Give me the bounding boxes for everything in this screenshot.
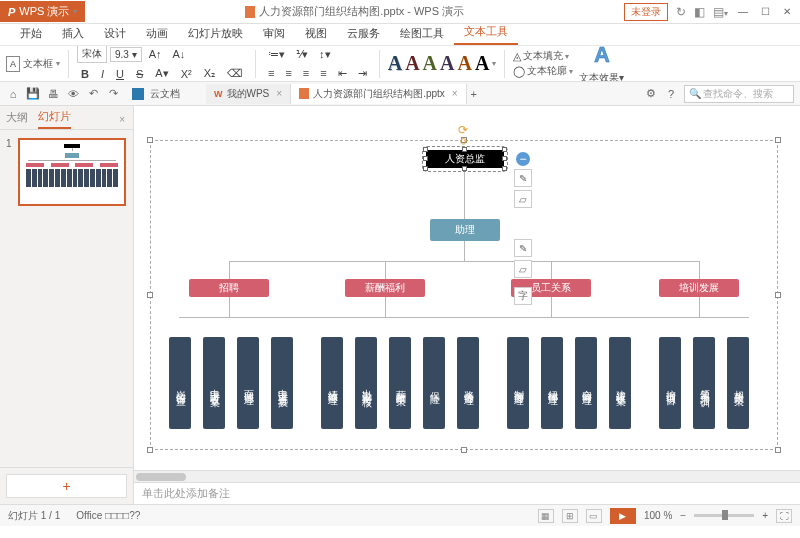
help-icon[interactable]: ? — [664, 87, 678, 101]
normal-view-button[interactable]: ▦ — [538, 509, 554, 523]
text-fill-label[interactable]: 文本填充 — [523, 49, 563, 63]
shrink-font-button[interactable]: A↓ — [169, 46, 190, 62]
numbering-button[interactable]: ⅟▾ — [292, 46, 312, 63]
undo-icon[interactable]: ↶ — [86, 87, 100, 101]
skin-icon[interactable]: ◧ — [694, 5, 705, 19]
style-preset-2[interactable]: A — [405, 52, 419, 75]
horizontal-scrollbar[interactable] — [134, 470, 800, 482]
style-shape-icon-2[interactable]: ▱ — [514, 260, 532, 278]
org-leaf-7[interactable]: 保险 — [423, 337, 445, 429]
maximize-button[interactable]: ☐ — [758, 5, 772, 19]
org-leaf-10[interactable]: 纪律管理 — [541, 337, 563, 429]
menu-review[interactable]: 审阅 — [253, 22, 295, 45]
tab-document[interactable]: 人力资源部门组织结构图.pptx × — [291, 84, 467, 104]
align-justify-button[interactable]: ≡ — [316, 65, 330, 82]
org-node-root[interactable]: ⟳ 人资总监 — [425, 149, 505, 169]
bold-button[interactable]: B — [77, 66, 93, 82]
tab-mywps[interactable]: W 我的WPS × — [206, 84, 291, 104]
line-spacing-button[interactable]: ↕▾ — [315, 46, 335, 63]
menu-design[interactable]: 设计 — [94, 22, 136, 45]
node-rotate-icon[interactable]: ⟳ — [460, 136, 468, 147]
font-color-button[interactable]: A▾ — [151, 65, 172, 82]
minimize-button[interactable]: — — [736, 5, 750, 19]
preview-icon[interactable]: 👁 — [66, 87, 80, 101]
text-outline-label[interactable]: 文本轮廓 — [527, 64, 567, 78]
style-gallery-more[interactable]: ▾ — [492, 59, 496, 68]
org-leaf-5[interactable]: 出勤率考核 — [355, 337, 377, 429]
style-preset-5[interactable]: A — [458, 52, 472, 75]
edit-shape-icon-2[interactable]: ✎ — [514, 239, 532, 257]
text-style-gallery[interactable]: A A A A A A ▾ — [388, 52, 497, 75]
rotate-handle[interactable]: ⟳ — [458, 123, 468, 137]
cloud-cube-icon[interactable] — [132, 88, 144, 100]
bullets-button[interactable]: ≔▾ — [264, 46, 289, 63]
hscroll-thumb[interactable] — [136, 473, 186, 481]
org-leaf-8[interactable]: 奖金管理 — [457, 337, 479, 429]
edit-shape-icon[interactable]: ✎ — [514, 169, 532, 187]
save-icon[interactable]: 💾 — [26, 87, 40, 101]
new-tab-button[interactable]: + — [467, 87, 481, 101]
textbox-icon[interactable]: A — [6, 56, 20, 72]
style-shape-icon[interactable]: ▱ — [514, 190, 532, 208]
menu-view[interactable]: 视图 — [295, 22, 337, 45]
align-center-button[interactable]: ≡ — [281, 65, 295, 82]
fit-window-button[interactable]: ⛶ — [776, 509, 792, 523]
org-leaf-1[interactable]: 申请者收集 — [203, 337, 225, 429]
zoom-slider[interactable] — [694, 514, 754, 517]
app-menu-chevron[interactable]: ▾ — [73, 7, 77, 16]
text-outline-icon[interactable]: ◯ — [513, 65, 525, 78]
menu-insert[interactable]: 插入 — [52, 22, 94, 45]
align-right-button[interactable]: ≡ — [299, 65, 313, 82]
menu-text-tools[interactable]: 文本工具 — [454, 20, 518, 45]
indent-inc-button[interactable]: ⇥ — [354, 65, 371, 82]
tab-document-close[interactable]: × — [449, 88, 458, 99]
menu-drawing-tools[interactable]: 绘图工具 — [390, 22, 454, 45]
menu-animation[interactable]: 动画 — [136, 22, 178, 45]
slide[interactable]: ⟳ — [144, 112, 784, 470]
italic-button[interactable]: I — [97, 66, 108, 82]
sync-icon[interactable]: ↻ — [676, 5, 686, 19]
org-leaf-2[interactable]: 面试管理 — [237, 337, 259, 429]
text-effect-icon[interactable]: A — [594, 46, 610, 68]
org-leaf-6[interactable]: 薪酬政策 — [389, 337, 411, 429]
login-button[interactable]: 未登录 — [624, 3, 668, 21]
align-left-button[interactable]: ≡ — [264, 65, 278, 82]
menu-cloud[interactable]: 云服务 — [337, 22, 390, 45]
style-preset-1[interactable]: A — [388, 52, 402, 75]
textbox-label[interactable]: 文本框 — [23, 57, 53, 71]
print-icon[interactable]: 🖶 — [46, 87, 60, 101]
zoom-thumb[interactable] — [722, 510, 728, 520]
org-leaf-13[interactable]: 培训项目 — [659, 337, 681, 429]
menu-start[interactable]: 开始 — [10, 22, 52, 45]
org-leaf-14[interactable]: 领导力培训 — [693, 337, 715, 429]
sorter-view-button[interactable]: ⊞ — [562, 509, 578, 523]
subscript-button[interactable]: X₂ — [200, 65, 219, 82]
style-preset-3[interactable]: A — [423, 52, 437, 75]
slides-tab[interactable]: 幻灯片 — [38, 109, 71, 129]
org-node-recruit[interactable]: 招聘 — [189, 279, 269, 297]
home-icon[interactable]: ⌂ — [6, 87, 20, 101]
command-search[interactable]: 🔍 查找命令、搜索 — [684, 85, 794, 103]
zoom-in-button[interactable]: + — [762, 510, 768, 521]
chart-selection-box[interactable]: ⟳ — [150, 140, 778, 450]
superscript-button[interactable]: X² — [177, 66, 196, 82]
org-leaf-11[interactable]: 合同管理 — [575, 337, 597, 429]
grow-font-button[interactable]: A↑ — [145, 46, 166, 62]
tab-mywps-close[interactable]: × — [273, 88, 282, 99]
reading-view-button[interactable]: ▭ — [586, 509, 602, 523]
options-icon[interactable]: ⚙ — [644, 87, 658, 101]
text-char-icon[interactable]: 字 — [514, 287, 532, 305]
menu-icon[interactable]: ▤▾ — [713, 5, 728, 19]
org-leaf-15[interactable]: 相关政策 — [727, 337, 749, 429]
text-fill-icon[interactable]: ◬ — [513, 50, 521, 63]
clear-format-button[interactable]: ⌫ — [223, 65, 247, 82]
slide-thumbnail-1[interactable] — [18, 138, 126, 206]
outline-tab[interactable]: 大纲 — [6, 110, 28, 128]
indent-dec-button[interactable]: ⇤ — [334, 65, 351, 82]
org-node-comp[interactable]: 薪酬福利 — [345, 279, 425, 297]
text-effect-label[interactable]: 文本效果▾ — [579, 71, 624, 82]
close-button[interactable]: ✕ — [780, 5, 794, 19]
style-preset-4[interactable]: A — [440, 52, 454, 75]
org-leaf-3[interactable]: 申请者选拔 — [271, 337, 293, 429]
style-preset-6[interactable]: A — [475, 52, 489, 75]
